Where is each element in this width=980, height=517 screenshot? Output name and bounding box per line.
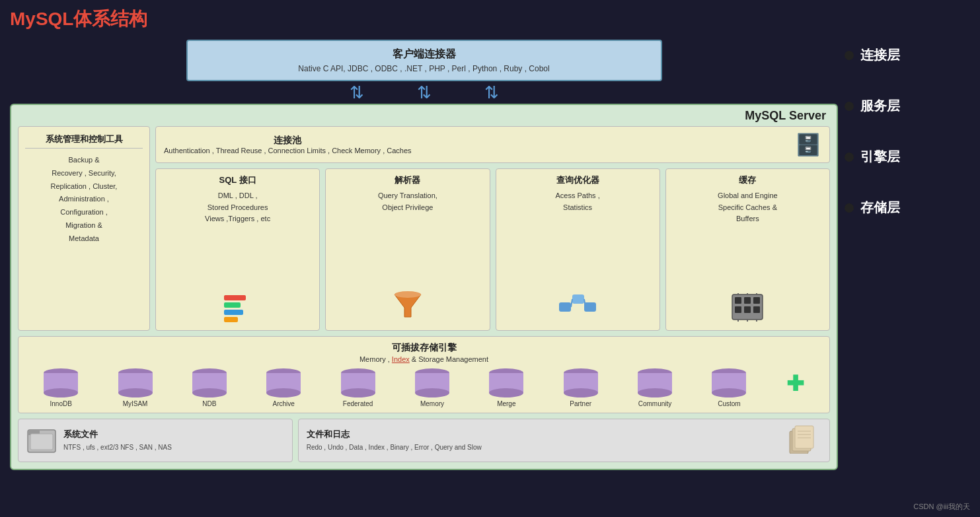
sysfile-title: 系统文件 — [63, 429, 172, 440]
svg-line-5 — [571, 299, 572, 307]
engine-custom: Custom — [712, 368, 746, 407]
svg-rect-2 — [559, 302, 571, 312]
bullet-label-3: 引擎层 — [860, 148, 900, 166]
sysfile-icon — [26, 425, 57, 456]
bullet-storage: 存储层 — [845, 199, 963, 217]
svg-rect-3 — [572, 294, 584, 304]
svg-rect-25 — [795, 426, 813, 448]
client-title: 客户端连接器 — [201, 48, 648, 61]
query-opt-icon — [558, 288, 597, 325]
query-opt-title: 查询优化器 — [556, 174, 599, 186]
sql-icon — [221, 287, 254, 325]
svg-rect-8 — [735, 297, 741, 304]
bullet-engine: 引擎层 — [845, 148, 963, 166]
sys-mgmt-title: 系统管理和控制工具 — [25, 133, 143, 149]
bullet-service: 服务层 — [845, 97, 963, 115]
svg-rect-22 — [30, 434, 53, 450]
svg-rect-13 — [753, 306, 760, 313]
arrow-icon-2: ⇅ — [417, 84, 432, 101]
query-opt-sub: Acess Paths ,Statistics — [555, 190, 599, 213]
engine-myisam: MyISAM — [118, 368, 153, 407]
conn-pool-icon: 🗄️ — [795, 132, 821, 157]
cache-title: 缓存 — [739, 174, 756, 186]
engine-merge: Merge — [489, 368, 523, 407]
conn-pool-sub: Authentication , Thread Reuse , Connecti… — [164, 147, 412, 155]
sql-interface-title: SQL 接口 — [219, 174, 256, 186]
parser-sub: Query Translation,Object Privilege — [378, 190, 437, 213]
svg-rect-12 — [744, 306, 751, 313]
bullet-dot-3 — [845, 153, 854, 162]
engine-ndb: NDB — [192, 368, 227, 407]
svg-rect-11 — [735, 306, 741, 313]
svg-rect-10 — [753, 297, 760, 304]
cache-sub: Global and EngineSpecific Caches &Buffer… — [718, 190, 778, 225]
engine-partner: Partner — [564, 368, 598, 407]
bullet-dot-1 — [845, 51, 854, 60]
storage-title: 可插拔存储引擎 — [25, 342, 823, 354]
svg-rect-4 — [584, 302, 596, 312]
sysfile-sub: NTFS , ufs , ext2/3 NFS , SAN , NAS — [63, 442, 172, 452]
sql-interface-sub: DML , DDL ,Stored ProceduresViews ,Trigg… — [205, 190, 270, 225]
filelog-title: 文件和日志 — [307, 429, 482, 440]
watermark: CSDN @iii我的天 — [913, 502, 970, 512]
bullet-label-4: 存储层 — [860, 199, 900, 217]
parser-title: 解析器 — [395, 174, 420, 186]
bullet-connection: 连接层 — [845, 46, 963, 64]
svg-marker-0 — [395, 294, 421, 317]
engine-memory: Memory — [415, 368, 449, 407]
sys-mgmt-text: Backup &Recovery , Security,Replication … — [25, 154, 143, 246]
bullet-label-1: 连接层 — [860, 46, 900, 64]
cache-icon — [730, 287, 765, 325]
bullet-dot-2 — [845, 102, 854, 111]
storage-sub: Memory , Index & Storage Management — [25, 355, 823, 363]
arrow-icon-1: ⇅ — [350, 84, 364, 101]
engine-archive: Archive — [266, 368, 301, 407]
page-title: MySQL体系结构 — [10, 7, 838, 32]
engine-innodb: InnoDB — [44, 368, 78, 407]
client-sub: Native C API, JDBC , ODBC , .NET , PHP ,… — [201, 64, 648, 73]
conn-pool-title: 连接池 — [164, 135, 412, 147]
add-engine-icon[interactable]: ✚ — [786, 371, 804, 396]
arrow-icon-3: ⇅ — [484, 84, 499, 101]
svg-rect-9 — [744, 297, 751, 304]
bullet-dot-4 — [845, 203, 854, 213]
bullet-label-2: 服务层 — [860, 97, 900, 115]
parser-icon — [391, 284, 424, 325]
engine-community: Community — [638, 368, 672, 407]
svg-point-1 — [395, 291, 421, 298]
engine-federated: Federated — [341, 368, 375, 407]
filelog-sub: Redo , Undo , Data , Index , Binary , Er… — [307, 442, 482, 452]
server-title: MySQL Server — [745, 109, 826, 123]
filelog-icon — [786, 425, 821, 456]
